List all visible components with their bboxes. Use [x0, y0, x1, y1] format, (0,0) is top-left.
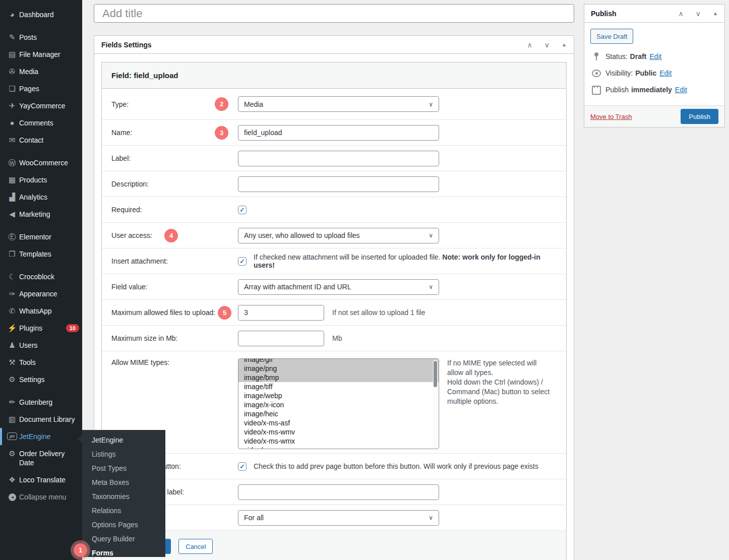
prev-page-button-checkbox[interactable]: ✓ — [238, 462, 247, 471]
flyout-item-post-types[interactable]: Post Types — [82, 461, 165, 475]
analytics-icon: ▟ — [7, 193, 17, 202]
sidebar-item-contact[interactable]: ✉Contact — [0, 132, 82, 149]
sidebar-item-label: Settings — [19, 375, 79, 384]
sidebar-item-users[interactable]: ♟Users — [0, 337, 82, 354]
mime-option[interactable]: image/png — [238, 364, 439, 373]
sidebar-item-whatsapp[interactable]: ✆WhatsApp — [0, 302, 82, 320]
mime-option[interactable]: image/gif — [238, 358, 439, 364]
sidebar-item-label: Elementor — [19, 232, 79, 241]
edit-visibility-link[interactable]: Edit — [659, 69, 672, 77]
sidebar-item-products[interactable]: ▦Products — [0, 171, 82, 189]
save-draft-button[interactable]: Save Draft — [590, 29, 633, 44]
sidebar-item-collapse-menu[interactable]: ◂Collapse menu — [0, 488, 82, 506]
mime-option[interactable]: video/x-ms-asf — [238, 418, 439, 427]
publish-button[interactable]: Publish — [681, 109, 718, 124]
media-icon: ✇ — [7, 67, 17, 76]
flyout-item-taxonomies[interactable]: Taxonomies — [82, 489, 165, 504]
sidebar-item-settings[interactable]: ⚙Settings — [0, 371, 82, 388]
sidebar-item-dashboard[interactable]: ◕Dashboard — [0, 6, 82, 23]
mime-option[interactable]: image/bmp — [238, 373, 439, 382]
cancel-button[interactable]: Cancel — [178, 539, 213, 554]
toggle-panel-icon[interactable]: ▲ — [713, 11, 718, 16]
sidebar-item-yaycommerce[interactable]: ✈YayCommerce — [0, 97, 82, 114]
sidebar-item-appearance[interactable]: ✑Appearance — [0, 285, 82, 302]
sidebar-item-comments[interactable]: ●Comments — [0, 114, 82, 132]
mime-option[interactable]: image/tiff — [238, 382, 439, 391]
post-title-input[interactable] — [94, 4, 574, 23]
max-size-input[interactable] — [238, 331, 324, 346]
move-to-trash-link[interactable]: Move to Trash — [590, 113, 632, 120]
move-down-icon[interactable]: ∨ — [696, 10, 701, 18]
edit-status-link[interactable]: Edit — [649, 52, 661, 60]
sidebar-item-label: Media — [19, 67, 79, 76]
toggle-panel-icon[interactable]: ▲ — [562, 42, 567, 47]
appearance-icon: ✑ — [7, 289, 17, 298]
sidebar-item-plugins[interactable]: ⚡Plugins10 — [0, 320, 82, 337]
fields-settings-body: Field: field_upload Type: 2 Media ∨ Name… — [94, 54, 574, 560]
flyout-item-options-pages[interactable]: Options Pages — [82, 518, 165, 532]
sidebar-item-posts[interactable]: ✎Posts — [0, 29, 82, 46]
schedule-label: Publish — [605, 86, 629, 94]
mime-option[interactable]: video/x-ms-wm — [238, 446, 439, 449]
move-up-icon[interactable]: ∧ — [527, 41, 532, 49]
sidebar-item-jetengine[interactable]: jetJetEngine — [0, 428, 82, 445]
sidebar-item-label: Marketing — [19, 210, 79, 219]
prev-page-label-input[interactable] — [238, 484, 439, 500]
label-input[interactable] — [238, 151, 439, 166]
flyout-item-jetengine[interactable]: JetEngine — [82, 433, 165, 447]
name-input[interactable] — [238, 125, 439, 141]
status-row: Status: Draft Edit — [592, 52, 717, 60]
sidebar-item-document-library[interactable]: ▥Document Library — [0, 411, 82, 428]
required-checkbox[interactable]: ✓ — [238, 206, 247, 214]
sidebar-item-marketing[interactable]: ◀Marketing — [0, 206, 82, 223]
mime-option[interactable]: image/heic — [238, 409, 439, 418]
sidebar-item-analytics[interactable]: ▟Analytics — [0, 189, 82, 206]
mime-option[interactable]: image/webp — [238, 391, 439, 400]
mime-scrollbar-thumb[interactable] — [434, 361, 437, 387]
user-access-select[interactable]: Any user, who allowed to upload files ∨ — [238, 228, 439, 243]
sidebar-item-crocoblock[interactable]: ☾Crocoblock — [0, 268, 82, 285]
panel-handle-icons: ∧ ∨ ▲ — [527, 41, 567, 49]
edit-schedule-link[interactable]: Edit — [675, 86, 687, 94]
move-up-icon[interactable]: ∧ — [679, 10, 684, 18]
flyout-item-listings[interactable]: Listings — [82, 447, 165, 461]
sidebar-item-tools[interactable]: ⚒Tools — [0, 354, 82, 371]
settings-icon: ⚙ — [7, 375, 17, 384]
sidebar-item-elementor[interactable]: ⒺElementor — [0, 228, 82, 245]
sidebar-item-media[interactable]: ✇Media — [0, 63, 82, 80]
dashboard-icon: ◕ — [7, 10, 17, 19]
sidebar-item-file-manager[interactable]: ▤File Manager — [0, 46, 82, 63]
mime-option[interactable]: video/x-ms-wmx — [238, 437, 439, 446]
publish-title: Publish — [591, 10, 679, 18]
row-type: Type: 2 Media ∨ — [102, 89, 566, 120]
sidebar-item-loco-translate[interactable]: ❖Loco Translate — [0, 471, 82, 488]
insert-attachment-checkbox[interactable]: ✓ — [238, 257, 247, 266]
flyout-item-meta-boxes[interactable]: Meta Boxes — [82, 475, 165, 489]
type-select[interactable]: Media ∨ — [238, 96, 439, 112]
flyout-item-relations[interactable]: Relations — [82, 504, 165, 518]
sidebar-item-woocommerce[interactable]: ⓌWooCommerce — [0, 154, 82, 171]
mime-types-multiselect[interactable]: image/gifimage/pngimage/bmpimage/tiffima… — [238, 358, 439, 449]
flyout-item-forms[interactable]: Forms — [82, 546, 165, 560]
sidebar-item-order-delivery-date[interactable]: ⚙Order Delivery Date — [0, 445, 82, 471]
max-files-input[interactable] — [238, 305, 324, 321]
move-down-icon[interactable]: ∨ — [544, 41, 550, 49]
description-input[interactable] — [238, 176, 439, 192]
prev-page-button-note: Check this to add prev page button befor… — [254, 462, 538, 470]
sidebar-item-label: YayCommerce — [19, 101, 79, 110]
sidebar-menu: ◕Dashboard✎Posts▤File Manager✇Media❏Page… — [0, 6, 82, 506]
field-value-select[interactable]: Array with attachment ID and URL ∨ — [238, 279, 439, 295]
step-badge-5: 5 — [218, 306, 231, 320]
whatsapp-icon: ✆ — [7, 306, 17, 316]
mime-option[interactable]: image/x-icon — [238, 400, 439, 409]
row-name: Name: 3 — [102, 120, 566, 146]
sidebar-item-gutenberg[interactable]: ✏Gutenberg — [0, 394, 82, 411]
field-visibility-select[interactable]: For all ∨ — [238, 510, 439, 526]
collapse-menu-icon: ◂ — [9, 493, 16, 501]
flyout-item-query-builder[interactable]: Query Builder — [82, 532, 165, 546]
mime-option[interactable]: video/x-ms-wmv — [238, 427, 439, 437]
elementor-icon: Ⓔ — [7, 232, 17, 241]
sidebar-item-pages[interactable]: ❏Pages — [0, 80, 82, 97]
sidebar-item-templates[interactable]: ❒Templates — [0, 245, 82, 263]
sidebar-item-label: Order Delivery Date — [19, 449, 79, 467]
